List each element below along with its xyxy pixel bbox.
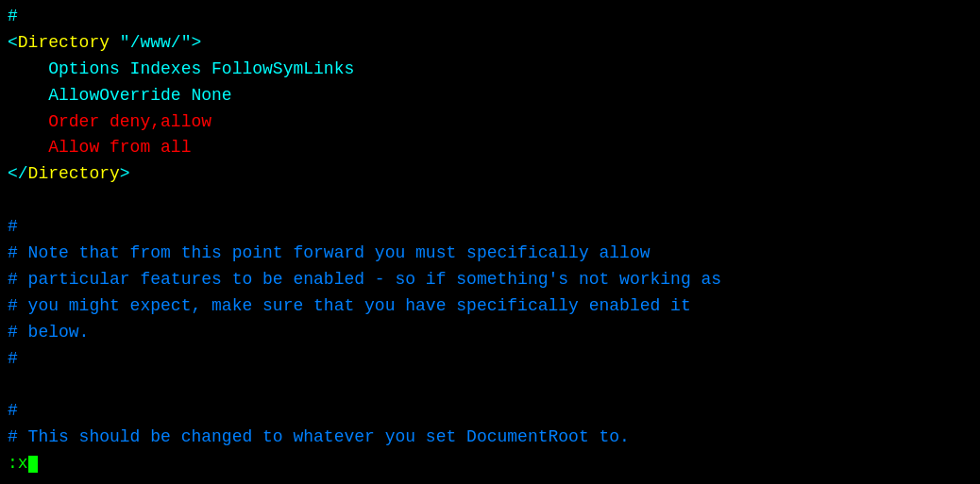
code-line	[8, 188, 972, 214]
code-line: # you might expect, make sure that you h…	[8, 293, 972, 320]
code-line: #	[8, 4, 972, 30]
code-line: # Note that from this point forward you …	[8, 241, 972, 267]
code-line: Options Indexes FollowSymLinks	[8, 57, 972, 83]
code-line: Order deny,allow	[8, 109, 972, 136]
code-line	[8, 372, 972, 398]
code-line: Allow from all	[8, 135, 972, 161]
code-line: #	[8, 214, 972, 241]
code-line: #	[8, 346, 972, 373]
cursor	[28, 456, 38, 473]
code-line: <Directory "/www/">	[8, 30, 972, 57]
code-line: </Directory>	[8, 161, 972, 188]
code-line: #	[8, 398, 972, 425]
command-line[interactable]: :x	[8, 451, 972, 477]
code-line: # This should be changed to whatever you…	[8, 425, 972, 451]
code-line: # below.	[8, 320, 972, 346]
code-line: # particular features to be enabled - so…	[8, 267, 972, 293]
code-editor[interactable]: # <Directory "/www/"> Options Indexes Fo…	[0, 0, 980, 484]
code-line: AllowOverride None	[8, 83, 972, 109]
